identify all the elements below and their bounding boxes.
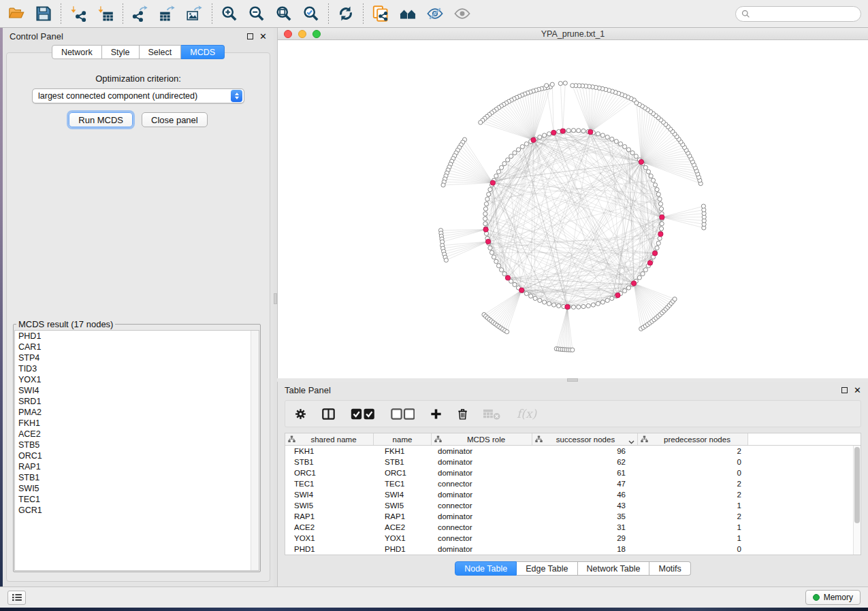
- graph-node[interactable]: [637, 276, 641, 280]
- table-row[interactable]: FKH1FKH1dominator962: [285, 446, 861, 457]
- graph-hub-node[interactable]: [652, 251, 657, 256]
- graph-hub-node[interactable]: [658, 231, 663, 236]
- graph-node[interactable]: [596, 301, 600, 306]
- graph-node[interactable]: [483, 212, 487, 216]
- graph-node[interactable]: [581, 304, 585, 308]
- mcds-result-item[interactable]: FKH1: [15, 418, 259, 429]
- graph-hub-node[interactable]: [531, 137, 536, 142]
- graph-node[interactable]: [649, 174, 653, 178]
- graph-node[interactable]: [513, 151, 517, 155]
- graph-node[interactable]: [545, 84, 549, 88]
- show-panels-button[interactable]: [7, 591, 26, 605]
- deselect-all-button[interactable]: [391, 408, 415, 420]
- graph-node[interactable]: [505, 329, 509, 333]
- graph-hub-node[interactable]: [660, 215, 664, 220]
- zoom-out-button[interactable]: [243, 2, 270, 25]
- delete-column-button[interactable]: [457, 408, 468, 420]
- mcds-result-item[interactable]: TEC1: [15, 494, 259, 505]
- graph-node[interactable]: [513, 282, 517, 286]
- graph-node[interactable]: [500, 268, 504, 272]
- graph-node[interactable]: [550, 82, 554, 86]
- tab-style[interactable]: Style: [102, 45, 140, 59]
- homes-button[interactable]: [394, 2, 421, 25]
- graph-node[interactable]: [630, 151, 634, 155]
- graph-node[interactable]: [509, 154, 513, 159]
- table-row[interactable]: SWI5SWI5connector431: [285, 500, 861, 511]
- columns-button[interactable]: [322, 408, 335, 420]
- graph-node[interactable]: [524, 142, 528, 146]
- graph-node[interactable]: [487, 192, 491, 196]
- graph-node[interactable]: [656, 241, 660, 245]
- float-panel-icon[interactable]: [841, 387, 848, 393]
- table-row[interactable]: RAP1RAP1dominator352: [285, 511, 861, 522]
- table-scrollbar[interactable]: [853, 446, 861, 555]
- graph-hub-node[interactable]: [588, 129, 593, 134]
- float-panel-icon[interactable]: [247, 33, 253, 39]
- tab-network-table[interactable]: Network Table: [578, 561, 650, 576]
- table-row[interactable]: SWI4SWI4dominator462: [285, 489, 861, 500]
- graph-hub-node[interactable]: [490, 180, 495, 185]
- mcds-result-item[interactable]: PMA2: [15, 407, 259, 418]
- import-table-button[interactable]: [92, 2, 119, 25]
- tab-node-table[interactable]: Node Table: [455, 561, 517, 576]
- graph-node[interactable]: [659, 227, 663, 231]
- table-row[interactable]: STB1STB1dominator620: [285, 457, 861, 467]
- graph-node[interactable]: [600, 133, 605, 137]
- mcds-result-item[interactable]: STB1: [15, 472, 259, 483]
- memory-button[interactable]: Memory: [805, 590, 861, 605]
- graph-node[interactable]: [659, 207, 663, 211]
- graph-node[interactable]: [489, 250, 494, 254]
- graph-node[interactable]: [524, 291, 528, 295]
- graph-node[interactable]: [626, 148, 630, 152]
- graph-node[interactable]: [610, 137, 614, 141]
- graph-node[interactable]: [570, 348, 575, 352]
- graph-node[interactable]: [502, 271, 507, 276]
- graph-hub-node[interactable]: [639, 159, 643, 164]
- vertical-split-divider[interactable]: [274, 28, 277, 587]
- mcds-result-item[interactable]: ORC1: [15, 450, 259, 461]
- open-file-button[interactable]: [3, 2, 30, 25]
- graph-node[interactable]: [488, 188, 492, 192]
- graph-node[interactable]: [614, 139, 618, 144]
- graph-node[interactable]: [605, 135, 609, 139]
- zoom-in-button[interactable]: [216, 2, 243, 25]
- import-network-button[interactable]: [65, 2, 92, 25]
- refresh-button[interactable]: [332, 2, 359, 25]
- graph-node[interactable]: [547, 132, 551, 136]
- graph-node[interactable]: [566, 129, 570, 133]
- graph-node[interactable]: [483, 216, 487, 220]
- graph-node[interactable]: [444, 258, 448, 262]
- graph-node[interactable]: [516, 148, 520, 152]
- graph-hub-node[interactable]: [631, 281, 636, 286]
- column-header-MCDS-role[interactable]: MCDS role: [432, 433, 532, 445]
- graph-node[interactable]: [494, 259, 498, 263]
- graph-node[interactable]: [571, 129, 575, 133]
- column-header-name[interactable]: name: [374, 433, 432, 445]
- graph-hub-node[interactable]: [483, 227, 488, 232]
- gear-button[interactable]: [295, 408, 306, 420]
- graph-node[interactable]: [520, 144, 524, 148]
- clone-network-button[interactable]: [367, 2, 394, 25]
- mcds-result-item[interactable]: TID3: [15, 363, 259, 374]
- graph-node[interactable]: [581, 129, 585, 133]
- graph-node[interactable]: [485, 197, 489, 201]
- graph-node[interactable]: [538, 135, 542, 139]
- add-column-button[interactable]: [430, 408, 442, 420]
- mcds-result-item[interactable]: STB5: [15, 440, 259, 450]
- graph-node[interactable]: [506, 158, 510, 162]
- search-box[interactable]: [735, 6, 861, 22]
- search-input[interactable]: [754, 8, 855, 19]
- graph-node[interactable]: [610, 296, 614, 300]
- mcds-result-item[interactable]: ACE2: [15, 429, 259, 440]
- graph-node[interactable]: [543, 133, 547, 137]
- mcds-result-item[interactable]: CAR1: [15, 342, 259, 352]
- optimization-criterion-select[interactable]: largest connected component (undirected): [32, 88, 244, 103]
- tab-mcds[interactable]: MCDS: [181, 45, 225, 59]
- graph-node[interactable]: [673, 297, 677, 301]
- mcds-result-item[interactable]: PHD1: [15, 331, 259, 342]
- graph-node[interactable]: [543, 300, 547, 304]
- graph-node[interactable]: [563, 81, 567, 85]
- table-row[interactable]: ACE2ACE2connector311: [285, 522, 861, 533]
- network-canvas[interactable]: [278, 40, 868, 378]
- graph-node[interactable]: [623, 144, 627, 148]
